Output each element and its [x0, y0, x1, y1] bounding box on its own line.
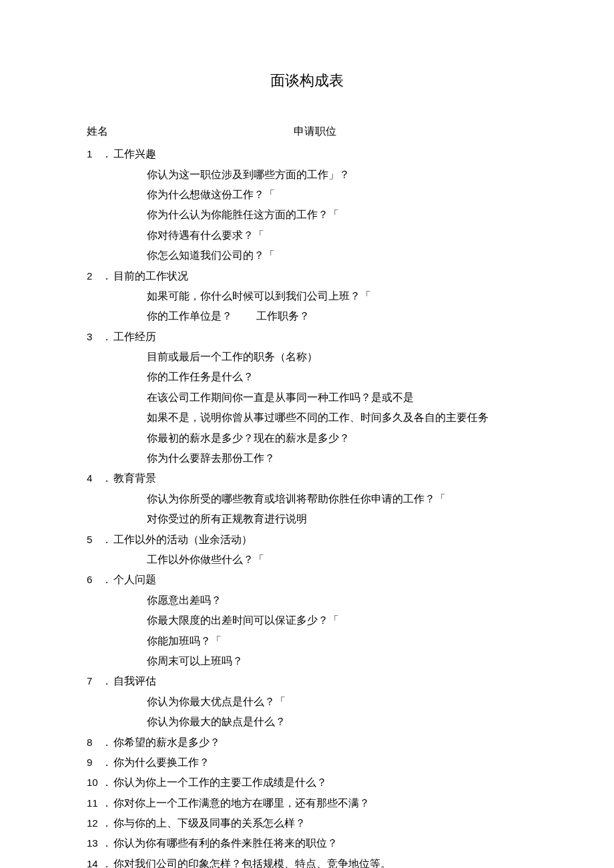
section-8: 8 ． 你希望的薪水是多少？	[87, 733, 527, 753]
question-item: 你怎么知道我们公司的？「	[87, 246, 527, 266]
section-dot: ．	[101, 833, 113, 853]
question-text: 你认为你上一个工作的主要工作成绩是什么？	[113, 773, 527, 793]
question-item: 你为什么想做这份工作？「	[87, 185, 527, 205]
question-part: 工作职务？	[256, 310, 310, 322]
section-number: 3	[87, 328, 101, 347]
question-item: 如果不是，说明你曾从事过哪些不同的工作、时间多久及各自的主要任务	[87, 408, 527, 428]
question-text: 你对我们公司的印象怎样？包括规模、特点、竞争地位等。	[113, 854, 527, 868]
document-page: 面谈构成表 姓名 申请职位 1 ． 工作兴趣 你认为这一职位涉及到哪些方面的工作…	[0, 0, 614, 868]
question-item: 你最大限度的出差时间可以保证多少？「	[87, 610, 527, 630]
section-dot: ．	[101, 468, 113, 488]
question-item: 你认为你最大的缺点是什么？	[87, 712, 527, 732]
section-title: 工作以外的活动（业余活动）	[113, 530, 527, 550]
section-13: 13 ． 你认为你有哪些有利的条件来胜任将来的职位？	[87, 833, 527, 853]
question-part: 你的工作单位是？	[147, 310, 232, 322]
question-item: 你愿意出差吗？	[87, 590, 527, 610]
section-6-heading: 6 ． 个人问题	[87, 570, 527, 590]
section-dot: ．	[101, 753, 113, 773]
section-11: 11 ． 你对你上一个工作满意的地方在哪里，还有那些不满？	[87, 793, 527, 813]
section-title: 教育背景	[113, 468, 527, 488]
section-2-heading: 2 ． 目前的工作状况	[87, 266, 527, 286]
section-title: 自我评估	[113, 671, 527, 691]
section-number: 10	[87, 773, 101, 793]
section-dot: ．	[101, 144, 113, 164]
question-item: 对你受过的所有正规教育进行说明	[87, 509, 527, 529]
page-title: 面谈构成表	[87, 67, 527, 95]
section-3-heading: 3 ． 工作经历	[87, 327, 527, 347]
question-item: 工作以外你做些什么？「	[87, 550, 527, 570]
question-item: 你为什么要辞去那份工作？	[87, 448, 527, 468]
section-12: 12 ． 你与你的上、下级及同事的关系怎么样？	[87, 813, 527, 833]
question-text: 你对你上一个工作满意的地方在哪里，还有那些不满？	[113, 793, 527, 813]
question-item: 你的工作任务是什么？	[87, 367, 527, 387]
section-14: 14 ． 你对我们公司的印象怎样？包括规模、特点、竞争地位等。	[87, 854, 527, 868]
question-item: 在该公司工作期间你一直是从事同一种工作吗？是或不是	[87, 388, 527, 408]
section-9: 9 ． 你为什么要换工作？	[87, 753, 527, 773]
section-number: 1	[87, 145, 101, 164]
position-label: 申请职位	[294, 121, 336, 141]
section-number: 14	[87, 855, 101, 868]
section-title: 工作兴趣	[113, 144, 527, 164]
question-item: 你能加班吗？「	[87, 631, 527, 651]
question-text: 你为什么要换工作？	[113, 753, 527, 773]
name-label: 姓名	[87, 121, 294, 141]
section-number: 13	[87, 834, 101, 853]
section-dot: ．	[101, 327, 113, 347]
question-item: 你的工作单位是？工作职务？	[87, 306, 527, 326]
section-title: 目前的工作状况	[113, 266, 527, 286]
question-text: 你认为你有哪些有利的条件来胜任将来的职位？	[113, 833, 527, 853]
section-dot: ．	[101, 793, 113, 813]
section-dot: ．	[101, 854, 113, 868]
section-number: 8	[87, 733, 101, 753]
section-dot: ．	[101, 530, 113, 550]
section-number: 12	[87, 814, 101, 833]
section-number: 6	[87, 570, 101, 590]
question-item: 你认为这一职位涉及到哪些方面的工作」？	[87, 165, 527, 185]
section-number: 4	[87, 469, 101, 488]
question-item: 目前或最后一个工作的职务（名称）	[87, 347, 527, 367]
section-title: 个人问题	[113, 570, 527, 590]
section-number: 7	[87, 672, 101, 691]
question-item: 你为什么认为你能胜任这方面的工作？「	[87, 205, 527, 225]
section-dot: ．	[101, 813, 113, 833]
section-number: 5	[87, 530, 101, 550]
section-number: 11	[87, 794, 101, 813]
section-dot: ．	[101, 671, 113, 691]
section-1-heading: 1 ． 工作兴趣	[87, 144, 527, 164]
section-4-heading: 4 ． 教育背景	[87, 468, 527, 488]
question-item: 你对待遇有什么要求？「	[87, 226, 527, 246]
section-10: 10 ． 你认为你上一个工作的主要工作成绩是什么？	[87, 773, 527, 793]
question-item: 如果可能，你什么时候可以到我们公司上班？「	[87, 286, 527, 306]
section-dot: ．	[101, 733, 113, 753]
applicant-header-row: 姓名 申请职位	[87, 121, 527, 141]
question-text: 你与你的上、下级及同事的关系怎么样？	[113, 813, 527, 833]
question-item: 你最初的薪水是多少？现在的薪水是多少？	[87, 428, 527, 448]
section-dot: ．	[101, 570, 113, 590]
section-dot: ．	[101, 266, 113, 286]
section-number: 2	[87, 267, 101, 286]
question-text: 你希望的薪水是多少？	[113, 733, 527, 753]
question-item: 你周末可以上班吗？	[87, 651, 527, 671]
section-number: 9	[87, 753, 101, 773]
question-item: 你认为你所受的哪些教育或培训将帮助你胜任你申请的工作？「	[87, 489, 527, 509]
section-dot: ．	[101, 773, 113, 793]
section-7-heading: 7 ． 自我评估	[87, 671, 527, 691]
question-item: 你认为你最大优点是什么？「	[87, 692, 527, 712]
section-5-heading: 5 ． 工作以外的活动（业余活动）	[87, 530, 527, 550]
section-title: 工作经历	[113, 327, 527, 347]
